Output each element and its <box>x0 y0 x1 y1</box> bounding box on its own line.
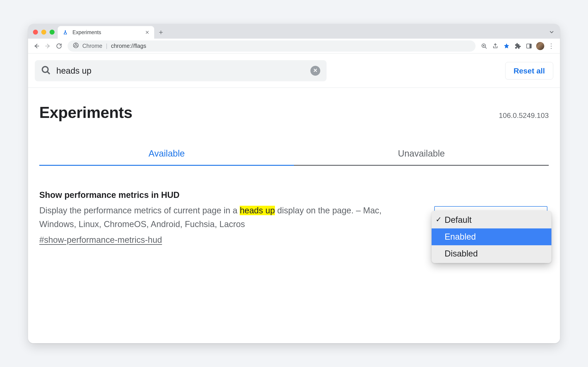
flag-item: Show performance metrics in HUD Display … <box>39 188 549 247</box>
bookmark-star-icon[interactable] <box>502 41 511 51</box>
window-fullscreen-button[interactable] <box>50 30 55 35</box>
flag-hash-link[interactable]: #show-performance-metrics-hud <box>39 233 162 247</box>
menu-button[interactable]: ⋮ <box>547 41 556 51</box>
search-row: heads up Reset all <box>28 53 560 88</box>
clear-search-button[interactable] <box>310 66 320 76</box>
tab-list-button[interactable] <box>549 29 560 39</box>
svg-point-1 <box>75 44 77 46</box>
toolbar: Chrome | chrome://flags ⋮ <box>28 39 560 53</box>
page-content: heads up Reset all Experiments 106.0.524… <box>28 53 560 343</box>
window-controls <box>31 30 58 39</box>
window-minimize-button[interactable] <box>41 30 46 35</box>
flags-search-box[interactable]: heads up <box>35 60 327 81</box>
search-highlight: heads up <box>240 206 275 215</box>
address-bar[interactable]: Chrome | chrome://flags <box>68 41 475 52</box>
close-icon <box>313 68 318 74</box>
chrome-icon <box>73 42 79 50</box>
search-icon <box>41 65 51 76</box>
option-default[interactable]: Default <box>432 212 551 228</box>
tab-title: Experiments <box>72 29 141 35</box>
select-dropdown: Default Enabled Disabled <box>432 211 551 263</box>
reset-all-button[interactable]: Reset all <box>505 62 553 80</box>
extensions-icon[interactable] <box>513 41 523 51</box>
tab-experiments[interactable]: Experiments <box>58 26 154 39</box>
flag-tabs: Available Unavailable <box>39 149 549 166</box>
chevron-down-icon <box>549 32 555 36</box>
back-button[interactable] <box>32 41 41 51</box>
flask-icon <box>62 29 68 35</box>
omnibox-site: Chrome <box>82 43 102 49</box>
browser-window: Experiments Chrome <box>28 24 560 343</box>
sidepanel-icon[interactable] <box>524 41 534 51</box>
flag-title: Show performance metrics in HUD <box>39 188 416 202</box>
tab-unavailable[interactable]: Unavailable <box>294 149 549 166</box>
flag-description: Display the performance metrics of curre… <box>39 204 416 231</box>
new-tab-button[interactable] <box>154 26 168 39</box>
tab-available[interactable]: Available <box>39 149 294 166</box>
tab-strip: Experiments <box>28 24 560 39</box>
flag-select[interactable]: Default Enabled Disabled <box>434 188 549 247</box>
omnibox-path: chrome://flags <box>111 43 146 49</box>
svg-rect-4 <box>529 44 531 48</box>
forward-button[interactable] <box>43 41 53 51</box>
search-input[interactable]: heads up <box>56 67 305 75</box>
share-icon[interactable] <box>490 41 500 51</box>
window-close-button[interactable] <box>33 30 38 35</box>
zoom-icon[interactable] <box>479 41 489 51</box>
page-title: Experiments <box>39 104 132 122</box>
close-icon[interactable] <box>145 30 150 35</box>
option-enabled[interactable]: Enabled <box>432 228 551 245</box>
chrome-version: 106.0.5249.103 <box>499 111 549 120</box>
reload-button[interactable] <box>54 41 64 51</box>
svg-point-5 <box>42 67 48 73</box>
profile-avatar[interactable] <box>536 42 544 50</box>
option-disabled[interactable]: Disabled <box>432 245 551 262</box>
